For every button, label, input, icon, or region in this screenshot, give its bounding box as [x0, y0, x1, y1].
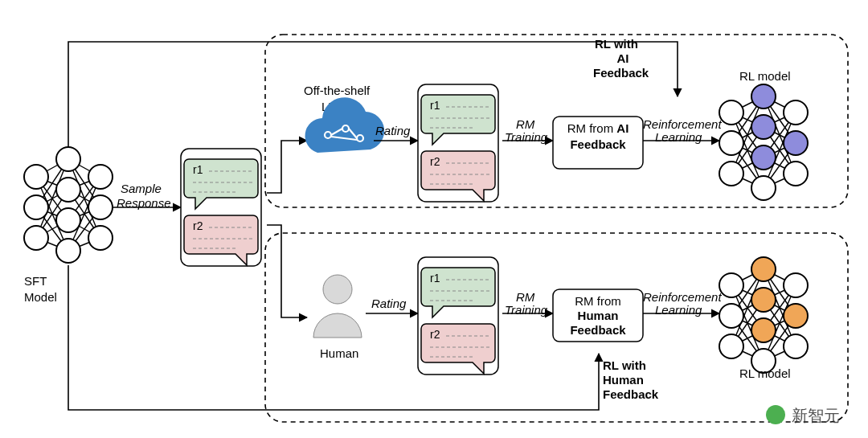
sft-model-label: SFT [24, 274, 47, 288]
svg-text:r2: r2 [430, 155, 440, 168]
svg-point-29 [56, 208, 80, 232]
svg-point-24 [24, 165, 48, 189]
svg-point-92 [784, 100, 808, 125]
svg-point-138 [751, 318, 776, 342]
svg-text:r1: r1 [430, 272, 440, 284]
svg-point-30 [56, 239, 80, 263]
rl-model-top [719, 84, 808, 200]
top-title-1: RL with [595, 37, 638, 51]
svg-text:r2: r2 [193, 219, 203, 232]
bottom-rm-training-l2: Training [505, 303, 548, 317]
svg-point-32 [88, 195, 113, 219]
bottom-rm-training-l1: RM [516, 290, 535, 304]
svg-point-142 [784, 334, 808, 358]
top-rl-l1: Reinforcement [643, 117, 722, 131]
svg-text:r1: r1 [193, 163, 203, 176]
svg-point-25 [24, 195, 48, 219]
svg-point-140 [784, 273, 808, 297]
top-rm-training-l1: RM [516, 117, 535, 131]
svg-point-28 [56, 178, 80, 202]
human-label: Human [320, 346, 358, 360]
svg-point-133 [719, 273, 743, 297]
svg-text:Feedback: Feedback [570, 137, 626, 151]
svg-text:RM from
    AI: RM from AI [567, 121, 629, 135]
top-rl-model-label: RL model [739, 69, 791, 83]
svg-point-134 [719, 304, 743, 328]
svg-point-27 [56, 147, 80, 171]
bottom-rl-l2: Learning [655, 303, 702, 317]
top-rm-training-l2: Training [505, 130, 548, 144]
svg-text:Feedback: Feedback [570, 323, 626, 337]
svg-point-95 [323, 275, 352, 304]
top-rl-l2: Learning [655, 130, 702, 144]
bottom-rl-model-label: RL model [739, 366, 791, 380]
svg-point-90 [751, 145, 776, 170]
rm-human-box: RM from Human Feedback [553, 289, 643, 342]
bottom-title-2: Human [603, 373, 644, 387]
top-title-2: AI [617, 51, 629, 65]
svg-point-94 [784, 162, 808, 186]
svg-text:RM from: RM from [575, 294, 621, 308]
bottom-rl-l1: Reinforcement [643, 290, 722, 304]
rl-model-bottom [719, 257, 808, 373]
svg-text:r2: r2 [430, 328, 440, 341]
svg-point-136 [751, 257, 776, 281]
svg-point-137 [751, 288, 776, 312]
top-rating-label: Rating [375, 124, 411, 137]
responses-block: r1 r2 [181, 149, 261, 266]
svg-text:r1: r1 [430, 99, 440, 112]
sft-model-label-2: Model [24, 290, 57, 304]
sample-label-1: Sample [121, 182, 162, 195]
llm-label-1: Off-the-shelf [304, 84, 371, 97]
svg-point-87 [719, 162, 743, 186]
top-rated-responses: r1 r2 [418, 84, 498, 202]
bottom-title-1: RL with [603, 358, 646, 372]
svg-point-33 [88, 226, 113, 250]
svg-point-85 [719, 100, 743, 125]
rm-ai-box: RM from AI Feedback [553, 117, 643, 169]
edge-responses-to-llm [267, 141, 307, 193]
bottom-title-3: Feedback [603, 387, 659, 401]
bottom-rating-label: Rating [371, 297, 407, 310]
svg-point-86 [719, 131, 743, 155]
svg-point-89 [751, 115, 776, 139]
svg-point-91 [751, 176, 776, 200]
cloud-llm-icon [305, 97, 385, 153]
svg-point-141 [784, 304, 808, 328]
human-icon [313, 275, 362, 338]
svg-text:Human: Human [578, 309, 619, 322]
svg-point-135 [719, 334, 743, 358]
sample-label-2: Response [117, 196, 171, 210]
svg-point-88 [751, 84, 776, 108]
edge-responses-to-human [267, 225, 307, 317]
svg-point-31 [88, 165, 113, 189]
svg-point-26 [24, 226, 48, 250]
svg-text:新智元: 新智元 [792, 407, 840, 424]
svg-point-93 [784, 131, 808, 155]
watermark: 新智元 [766, 405, 840, 424]
svg-point-143 [766, 405, 785, 424]
top-title-3: Feedback [593, 66, 649, 80]
sft-model-net [24, 147, 113, 263]
bottom-rated-responses: r1 r2 [418, 257, 498, 375]
